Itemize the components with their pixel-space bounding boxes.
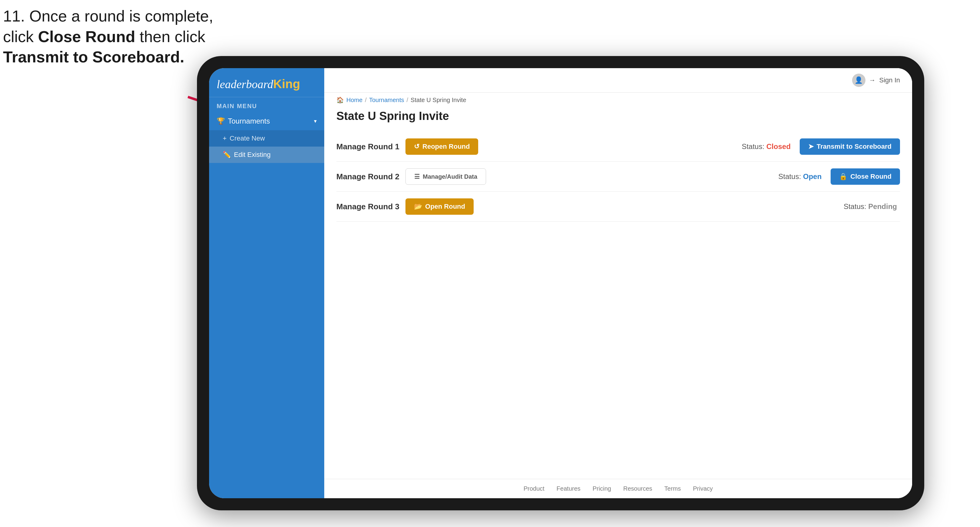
round-1-status-label: Status: Closed: [742, 142, 791, 151]
top-nav: 👤 → Sign In: [324, 68, 912, 93]
main-content: 👤 → Sign In 🏠 Home / Tournaments / State…: [324, 68, 912, 498]
tablet-screen: leaderboardKing MAIN MENU 🏆 Tournaments …: [209, 68, 912, 498]
round-1-title: Manage Round 1: [336, 142, 399, 151]
round-2-left: Manage Round 2 ☰ Manage/Audit Data: [336, 168, 486, 185]
page-title: State U Spring Invite: [336, 110, 900, 123]
logo-area: leaderboardKing: [209, 68, 324, 97]
round-1-section: Manage Round 1 ↺ Reopen Round Status: Cl…: [336, 132, 900, 162]
instruction-bold-close-round: Close Round: [38, 28, 135, 45]
round-1-right: Status: Closed ➤ Transmit to Scoreboard: [742, 138, 900, 155]
breadcrumb-sep-1: /: [365, 97, 367, 103]
close-round-label: Close Round: [850, 173, 891, 181]
reopen-icon: ↺: [414, 143, 419, 151]
instruction-block: 11. Once a round is complete, click Clos…: [3, 6, 215, 68]
open-round-button[interactable]: 📂 Open Round: [406, 198, 474, 215]
round-3-section: Manage Round 3 📂 Open Round Status: Pend…: [336, 192, 900, 222]
main-menu-label: MAIN MENU: [209, 97, 324, 112]
sidebar-item-edit-existing[interactable]: ✏️ Edit Existing: [209, 147, 324, 163]
avatar-icon: 👤: [852, 74, 865, 87]
chevron-down-icon: ▾: [314, 118, 317, 124]
round-3-status-label: Status: Pending: [844, 202, 897, 211]
logo-text: leaderboardKing: [217, 78, 300, 90]
sign-in-arrow-icon: →: [869, 76, 876, 84]
manage-audit-label: Manage/Audit Data: [423, 173, 477, 180]
instruction-text-main: 11. Once a round is complete, click Clos…: [3, 7, 213, 66]
round-2-right: Status: Open 🔒 Close Round: [778, 168, 900, 185]
instruction-bold-transmit: Transmit to Scoreboard.: [3, 48, 184, 66]
round-2-title: Manage Round 2: [336, 172, 399, 181]
breadcrumb-current-page: State U Spring Invite: [410, 97, 466, 103]
round-3-status-value: Pending: [868, 202, 897, 211]
open-round-label: Open Round: [425, 203, 465, 211]
transmit-icon: ➤: [808, 143, 814, 151]
sign-in-area[interactable]: 👤 → Sign In: [852, 74, 900, 87]
create-new-label: Create New: [230, 135, 265, 142]
reopen-round-label: Reopen Round: [422, 143, 470, 151]
open-round-icon: 📂: [414, 203, 422, 211]
reopen-round-button[interactable]: ↺ Reopen Round: [406, 138, 478, 155]
close-round-button[interactable]: 🔒 Close Round: [830, 168, 900, 185]
footer-resources-link[interactable]: Resources: [623, 485, 652, 492]
sidebar: leaderboardKing MAIN MENU 🏆 Tournaments …: [209, 68, 324, 498]
breadcrumb-sep-2: /: [407, 97, 409, 103]
edit-existing-label: Edit Existing: [234, 151, 270, 159]
round-3-right: Status: Pending: [844, 202, 900, 211]
sidebar-submenu-tournaments: + Create New ✏️ Edit Existing: [209, 130, 324, 163]
audit-icon: ☰: [414, 173, 420, 180]
sidebar-item-create-new[interactable]: + Create New: [209, 130, 324, 147]
page-content: State U Spring Invite Manage Round 1 ↺ R…: [324, 103, 912, 479]
round-1-left: Manage Round 1 ↺ Reopen Round: [336, 138, 478, 155]
round-1-status-value: Closed: [766, 142, 791, 151]
sidebar-tournaments-label: Tournaments: [228, 117, 311, 125]
footer-product-link[interactable]: Product: [523, 485, 544, 492]
breadcrumb-tournaments-link[interactable]: Tournaments: [369, 97, 404, 103]
round-3-title: Manage Round 3: [336, 202, 399, 211]
round-2-status-value: Open: [803, 172, 821, 181]
sign-in-label: Sign In: [880, 76, 900, 84]
footer-privacy-link[interactable]: Privacy: [693, 485, 713, 492]
breadcrumb: 🏠 Home / Tournaments / State U Spring In…: [324, 93, 912, 103]
manage-audit-data-button[interactable]: ☰ Manage/Audit Data: [406, 168, 486, 185]
trophy-icon: 🏆: [217, 117, 225, 125]
edit-icon: ✏️: [223, 151, 231, 159]
round-3-left: Manage Round 3 📂 Open Round: [336, 198, 474, 215]
round-2-status-label: Status: Open: [778, 172, 822, 181]
plus-icon: +: [223, 135, 227, 142]
footer-features-link[interactable]: Features: [557, 485, 581, 492]
app-layout: leaderboardKing MAIN MENU 🏆 Tournaments …: [209, 68, 912, 498]
footer: Product Features Pricing Resources Terms…: [324, 479, 912, 498]
logo-king: King: [273, 77, 300, 90]
tablet-frame: leaderboardKing MAIN MENU 🏆 Tournaments …: [197, 56, 924, 510]
transmit-to-scoreboard-label: Transmit to Scoreboard: [817, 143, 891, 151]
lock-icon: 🔒: [839, 173, 847, 181]
round-2-section: Manage Round 2 ☰ Manage/Audit Data Statu…: [336, 162, 900, 192]
transmit-to-scoreboard-button[interactable]: ➤ Transmit to Scoreboard: [800, 138, 900, 155]
sidebar-item-tournaments[interactable]: 🏆 Tournaments ▾: [209, 112, 324, 130]
footer-pricing-link[interactable]: Pricing: [593, 485, 611, 492]
footer-terms-link[interactable]: Terms: [664, 485, 681, 492]
breadcrumb-home-link[interactable]: Home: [346, 97, 363, 103]
breadcrumb-home-icon: 🏠: [336, 96, 344, 103]
